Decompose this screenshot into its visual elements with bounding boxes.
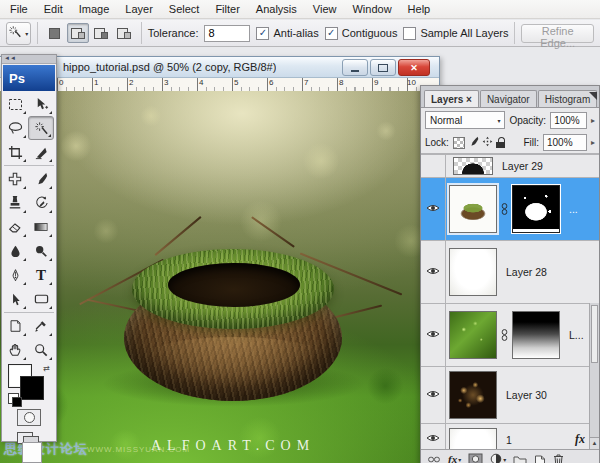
shape-tool[interactable]	[28, 287, 54, 311]
sample-all-layers-checkbox[interactable]: Sample All Layers	[403, 27, 508, 40]
link-layers-icon[interactable]	[427, 455, 441, 463]
visibility-well[interactable]	[421, 241, 446, 303]
menu-analysis[interactable]: Analysis	[248, 1, 305, 17]
layer-thumbnail[interactable]	[449, 371, 497, 419]
layer-row[interactable]: Layer 29	[421, 155, 599, 178]
maximize-button[interactable]	[370, 59, 396, 76]
menu-view[interactable]: View	[305, 1, 345, 17]
magic-wand-preset-button[interactable]: ▾	[6, 22, 31, 45]
dodge-tool[interactable]	[28, 239, 54, 263]
eye-icon	[426, 389, 440, 401]
new-group-icon[interactable]	[513, 454, 527, 463]
minimize-button[interactable]	[342, 59, 368, 76]
lock-position-icon[interactable]	[482, 136, 493, 149]
refine-edge-button[interactable]: Refine Edge...	[521, 24, 594, 43]
healing-brush-tool[interactable]	[2, 167, 28, 191]
layer-mask-thumbnail[interactable]	[512, 185, 560, 233]
contiguous-checkbox[interactable]: ✓ Contiguous	[325, 27, 398, 40]
toolbox-header[interactable]: ◄◄	[2, 55, 56, 64]
menu-file[interactable]: File	[2, 1, 36, 17]
visibility-well[interactable]	[421, 424, 446, 449]
mask-link-icon[interactable]	[500, 328, 509, 342]
clone-stamp-tool[interactable]	[2, 191, 28, 215]
anti-alias-checkbox[interactable]: ✓ Anti-alias	[256, 27, 318, 40]
layer-thumbnail[interactable]	[449, 185, 497, 233]
brush-tool[interactable]	[28, 167, 54, 191]
intersect-selection-button[interactable]	[113, 23, 135, 43]
visibility-well[interactable]	[421, 155, 446, 177]
canvas[interactable]: 思缘设计论坛 WWW.MISSYUAN.COM ALFOART.COM	[0, 91, 439, 463]
adjustment-layer-icon[interactable]: ▾	[490, 453, 506, 463]
tab-navigator[interactable]: Navigator	[480, 90, 537, 107]
fill-field[interactable]: 100%	[543, 134, 587, 151]
lock-transparency-icon[interactable]	[453, 137, 465, 149]
layer-thumbnail[interactable]	[449, 428, 497, 449]
new-layer-icon[interactable]	[534, 453, 546, 463]
default-colors-icon[interactable]	[8, 393, 19, 404]
lock-all-icon[interactable]	[496, 137, 506, 149]
magic-wand-tool[interactable]	[28, 116, 54, 140]
layer-row[interactable]: Layer 28	[421, 241, 599, 304]
eraser-tool[interactable]	[2, 215, 28, 239]
menu-image[interactable]: Image	[71, 1, 118, 17]
layer-thumbnail[interactable]	[449, 311, 497, 359]
scrollbar[interactable]: ▲	[589, 303, 599, 449]
layer-row-selected[interactable]: ...	[421, 178, 599, 241]
dropdown-arrow-icon: ▾	[458, 456, 461, 463]
layer-style-icon[interactable]: fx▾	[448, 453, 461, 463]
slice-tool[interactable]	[28, 140, 54, 164]
tool-grid: T	[2, 92, 56, 362]
layer-fx-badge[interactable]: fx	[575, 432, 585, 447]
notes-tool[interactable]	[2, 314, 28, 338]
crop-tool[interactable]	[2, 140, 28, 164]
delete-layer-icon[interactable]	[553, 453, 564, 463]
layer-row[interactable]: L...	[421, 304, 599, 367]
add-layer-mask-icon[interactable]	[468, 453, 483, 463]
path-selection-tool[interactable]	[2, 287, 28, 311]
history-brush-tool[interactable]	[28, 191, 54, 215]
layer-row[interactable]: 1 fx	[421, 424, 599, 449]
move-tool[interactable]	[28, 92, 54, 116]
blend-mode-select[interactable]: Normal ▾	[425, 111, 505, 129]
close-button[interactable]: ✕	[398, 59, 430, 76]
new-selection-button[interactable]	[44, 23, 66, 43]
gradient-tool[interactable]	[28, 215, 54, 239]
swap-colors-icon[interactable]: ⇄	[43, 364, 50, 373]
layer-thumbnail[interactable]	[453, 157, 493, 175]
document-title-bar[interactable]: hippo_tutorial.psd @ 50% (2 copy, RGB/8#…	[0, 57, 439, 78]
layer-mask-thumbnail[interactable]	[512, 311, 560, 359]
hand-tool[interactable]	[2, 338, 28, 362]
panel-collapse-arrow-icon[interactable]	[589, 92, 597, 100]
type-tool[interactable]: T	[28, 263, 54, 287]
lock-pixels-icon[interactable]	[468, 136, 479, 149]
opacity-field[interactable]: 100%	[550, 112, 587, 129]
lasso-tool[interactable]	[2, 116, 28, 140]
pen-tool[interactable]	[2, 263, 28, 287]
scroll-up-icon[interactable]: ▲	[590, 437, 599, 449]
add-to-selection-button[interactable]	[67, 23, 89, 43]
menu-help[interactable]: Help	[400, 1, 439, 17]
menu-edit[interactable]: Edit	[36, 1, 71, 17]
eyedropper-tool[interactable]	[28, 314, 54, 338]
opacity-spinner-icon[interactable]: ▸	[591, 116, 595, 125]
layer-thumbnail[interactable]	[449, 248, 497, 296]
fill-spinner-icon[interactable]: ▸	[591, 138, 595, 147]
blur-tool[interactable]	[2, 239, 28, 263]
visibility-well[interactable]	[421, 367, 446, 423]
background-color-swatch[interactable]	[20, 376, 44, 400]
subtract-from-selection-button[interactable]	[90, 23, 112, 43]
visibility-well[interactable]	[421, 178, 446, 240]
visibility-well[interactable]	[421, 304, 446, 366]
quick-mask-button[interactable]	[17, 409, 41, 426]
zoom-tool[interactable]	[28, 338, 54, 362]
tab-layers[interactable]: Layers ×	[424, 90, 479, 107]
menu-window[interactable]: Window	[344, 1, 399, 17]
menu-select[interactable]: Select	[161, 1, 208, 17]
layer-row[interactable]: Layer 30	[421, 367, 599, 424]
tolerance-input[interactable]	[204, 25, 250, 42]
scrollbar-thumb[interactable]	[591, 305, 598, 363]
mask-link-icon[interactable]	[500, 202, 509, 216]
menu-filter[interactable]: Filter	[207, 1, 247, 17]
menu-layer[interactable]: Layer	[117, 1, 161, 17]
rectangular-marquee-tool[interactable]	[2, 92, 28, 116]
